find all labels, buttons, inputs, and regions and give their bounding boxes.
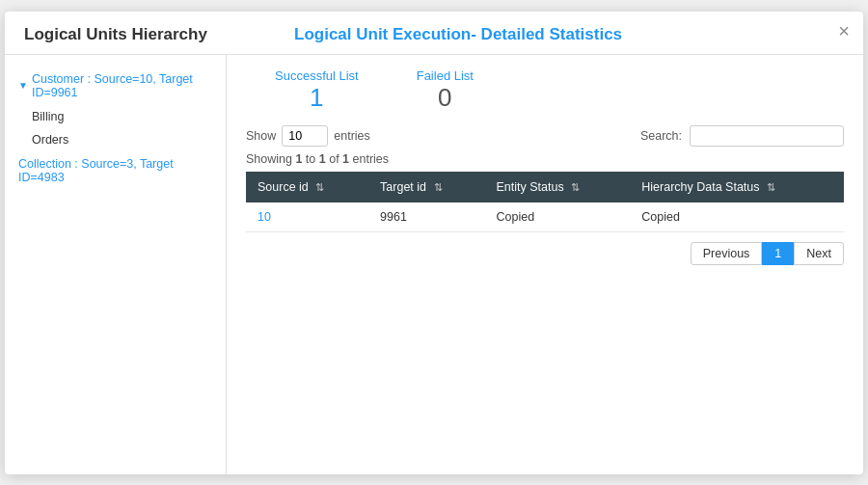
col-target-id[interactable]: Target id ⇅ (368, 172, 484, 202)
cell-source-id[interactable]: 10 (246, 202, 368, 232)
failed-stat: Failed List 0 (417, 68, 474, 110)
col-hierarchy-status[interactable]: Hierarchy Data Status ⇅ (630, 172, 844, 202)
search-box: Search: (640, 125, 844, 147)
table-controls: Show entries Search: (246, 125, 844, 147)
search-input[interactable] (690, 125, 844, 147)
search-label: Search: (640, 129, 682, 143)
modal-container: Logical Units Hierarchy Logical Unit Exe… (5, 12, 863, 474)
show-entries-control: Show entries (246, 125, 370, 147)
sidebar-customer-label: Customer : Source=10, Target ID=9961 (32, 72, 212, 99)
cell-hierarchy-status: Copied (630, 202, 844, 232)
showing-text: Showing 1 to 1 of 1 entries (246, 152, 844, 166)
entries-input[interactable] (282, 125, 328, 147)
showing-total: 1 (342, 152, 349, 166)
close-button[interactable]: × (838, 21, 850, 40)
modal-title-right: Logical Unit Execution- Detailed Statist… (256, 25, 844, 44)
previous-button[interactable]: Previous (691, 242, 763, 265)
sidebar-collection-item[interactable]: Collection : Source=3, Target ID=4983 (5, 151, 226, 190)
successful-stat: Successful List 1 (275, 68, 359, 110)
cell-entity-status: Copied (485, 202, 631, 232)
sidebar-customer-item[interactable]: ▼ Customer : Source=10, Target ID=9961 (5, 67, 226, 105)
col-entity-status[interactable]: Entity Status ⇅ (485, 172, 631, 202)
col-source-id[interactable]: Source id ⇅ (246, 172, 368, 202)
data-table: Source id ⇅ Target id ⇅ Entity Status ⇅ (246, 172, 844, 232)
pagination-row: Previous 1 Next (246, 242, 844, 265)
table-header: Source id ⇅ Target id ⇅ Entity Status ⇅ (246, 172, 844, 202)
modal-header: Logical Units Hierarchy Logical Unit Exe… (5, 12, 863, 55)
successful-value: 1 (275, 85, 359, 110)
showing-to: 1 (319, 152, 326, 166)
page-1-button[interactable]: 1 (762, 242, 794, 265)
entries-label: entries (334, 129, 370, 143)
next-button[interactable]: Next (794, 242, 844, 265)
sidebar: ▼ Customer : Source=10, Target ID=9961 B… (5, 55, 227, 474)
table-header-row: Source id ⇅ Target id ⇅ Entity Status ⇅ (246, 172, 844, 202)
showing-from: 1 (295, 152, 302, 166)
table-row: 10 9961 Copied Copied (246, 202, 844, 232)
sidebar-item-label: Orders (32, 133, 68, 147)
sidebar-collection-label: Collection : Source=3, Target ID=4983 (18, 157, 174, 184)
sidebar-item-orders[interactable]: Orders (5, 128, 226, 151)
table-body: 10 9961 Copied Copied (246, 202, 844, 232)
failed-label: Failed List (417, 68, 474, 83)
sort-icon-target-id: ⇅ (434, 181, 443, 194)
show-label: Show (246, 129, 276, 143)
successful-label: Successful List (275, 68, 359, 83)
modal-title-left: Logical Units Hierarchy (24, 25, 256, 44)
cell-target-id: 9961 (368, 202, 484, 232)
sidebar-item-label: Billing (32, 110, 64, 123)
sort-icon-source-id: ⇅ (315, 181, 324, 194)
sidebar-item-billing[interactable]: Billing (5, 105, 226, 128)
sort-icon-hierarchy-status: ⇅ (767, 181, 775, 194)
failed-value: 0 (417, 85, 474, 110)
stats-row: Successful List 1 Failed List 0 (246, 68, 844, 110)
main-content: Successful List 1 Failed List 0 Show ent… (227, 55, 863, 474)
modal-body: ▼ Customer : Source=10, Target ID=9961 B… (5, 55, 863, 474)
expand-arrow-icon: ▼ (18, 80, 28, 91)
sort-icon-entity-status: ⇅ (571, 181, 580, 194)
